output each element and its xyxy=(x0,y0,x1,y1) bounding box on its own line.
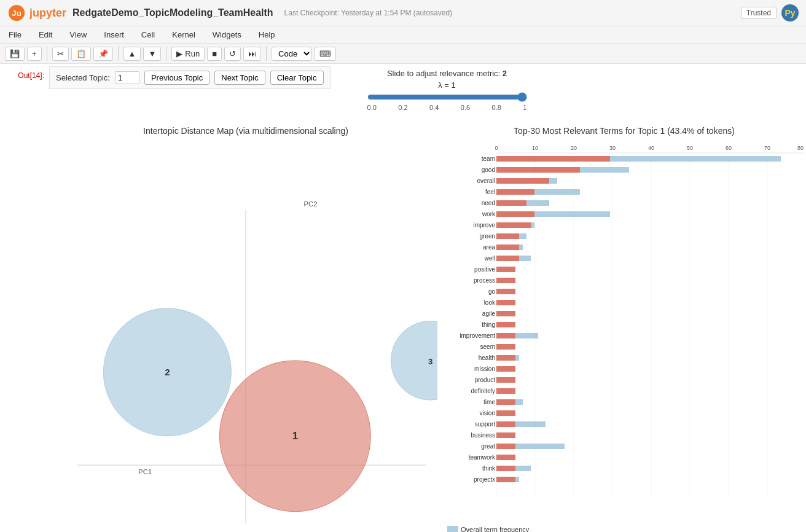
cell-type-select[interactable]: Code xyxy=(272,47,312,61)
svg-text:well: well xyxy=(484,255,495,262)
move-down-button[interactable]: ▼ xyxy=(143,47,161,61)
bar-green-selected xyxy=(496,233,519,239)
bar-vision-selected xyxy=(496,410,515,416)
add-cell-button[interactable]: + xyxy=(27,47,42,61)
restart-run-button[interactable]: ⏭ xyxy=(243,47,261,61)
topic-controls: Selected Topic: 1 Previous Topic Next To… xyxy=(49,66,331,89)
bar-mission-selected xyxy=(496,366,515,372)
svg-text:positive: positive xyxy=(474,266,495,273)
slider-label: Slide to adjust relevance metric: 2 xyxy=(387,69,507,78)
pc1-label: PC1 xyxy=(138,468,152,475)
legend-overall-label: Overall term frequency xyxy=(461,526,529,532)
svg-text:teamwork: teamwork xyxy=(469,454,496,461)
relevance-slider[interactable] xyxy=(367,92,527,102)
svg-text:work: work xyxy=(482,211,496,217)
lambda-label: λ = 1 xyxy=(438,80,456,90)
bar-product-selected xyxy=(496,377,515,383)
clear-topic-button[interactable]: Clear Topic xyxy=(270,71,324,85)
right-panel: Top-30 Most Relevant Terms for Topic 1 (… xyxy=(442,121,806,532)
svg-text:60: 60 xyxy=(726,145,732,151)
bar-feel-selected xyxy=(496,189,534,195)
bar-chart-svg: 0 10 20 30 40 50 60 70 80 xyxy=(447,141,806,522)
topic-3-label: 3 xyxy=(428,357,432,366)
bar-go-selected xyxy=(496,289,515,294)
trusted-badge: Trusted xyxy=(741,7,777,19)
interrupt-button[interactable]: ■ xyxy=(207,47,222,61)
toolbar-separator xyxy=(47,46,47,61)
checkpoint-info: Last Checkpoint: Yesterday at 1:54 PM (a… xyxy=(284,9,453,17)
svg-text:improve: improve xyxy=(473,222,495,229)
svg-text:area: area xyxy=(483,244,495,251)
menu-view[interactable]: View xyxy=(61,28,95,42)
bar-need-selected xyxy=(496,200,526,206)
toolbar: 💾 + ✂ 📋 📌 ▲ ▼ ▶ Run ■ ↺ ⏭ Code ⌨ xyxy=(0,44,806,64)
run-button[interactable]: ▶ Run xyxy=(171,47,205,61)
menubar: File Edit View Insert Cell Kernel Widget… xyxy=(0,26,806,44)
bar-projectx-selected xyxy=(496,477,515,482)
main-content: Out[14]: Selected Topic: 1 Previous Topi… xyxy=(0,64,806,532)
save-button[interactable]: 💾 xyxy=(5,47,25,61)
svg-text:health: health xyxy=(479,354,495,361)
bar-improvement-selected xyxy=(496,333,515,338)
toolbar-separator4 xyxy=(266,46,267,61)
menu-insert[interactable]: Insert xyxy=(95,28,133,42)
svg-text:20: 20 xyxy=(571,145,577,151)
svg-text:projectx: projectx xyxy=(474,476,495,483)
svg-text:good: good xyxy=(482,166,495,173)
bar-thing-selected xyxy=(496,322,515,327)
svg-text:improvement: improvement xyxy=(460,332,495,339)
toolbar-separator3 xyxy=(166,46,166,61)
bar-definitely-selected xyxy=(496,388,515,394)
copy-button[interactable]: 📋 xyxy=(71,47,91,61)
pc2-label: PC2 xyxy=(304,200,318,208)
menu-help[interactable]: Help xyxy=(250,28,284,42)
svg-text:feel: feel xyxy=(485,189,495,195)
menu-file[interactable]: File xyxy=(0,28,30,42)
bar-support-selected xyxy=(496,421,515,427)
toolbar-separator2 xyxy=(118,46,119,61)
svg-text:70: 70 xyxy=(764,145,770,151)
titlebar: Ju jupyter RedgateDemo_TopicModeling_Tea… xyxy=(0,0,806,26)
bar-look-selected xyxy=(496,300,515,305)
svg-text:need: need xyxy=(482,200,495,206)
menu-kernel[interactable]: Kernel xyxy=(163,28,204,42)
svg-text:great: great xyxy=(481,443,495,450)
left-panel: Intertopic Distance Map (via multidimens… xyxy=(49,121,442,532)
svg-text:business: business xyxy=(471,432,495,439)
svg-text:green: green xyxy=(479,233,495,240)
bar-team-selected xyxy=(496,156,610,162)
legend: Overall term frequency Estimated term fr… xyxy=(447,526,801,532)
bar-process-selected xyxy=(496,278,515,283)
intertopic-map-svg: PC2 PC1 2 3 1 xyxy=(54,141,437,532)
move-up-button[interactable]: ▲ xyxy=(123,47,141,61)
bar-overall-selected xyxy=(496,178,549,184)
slider-area: Slide to adjust relevance metric: 2 λ = … xyxy=(343,69,552,111)
svg-text:look: look xyxy=(484,299,496,306)
cell-output: Selected Topic: 1 Previous Topic Next To… xyxy=(49,66,806,532)
intertopic-title: Intertopic Distance Map (via multidimens… xyxy=(54,126,437,136)
topic-input[interactable]: 1 xyxy=(115,71,139,84)
bar-business-selected xyxy=(496,432,515,438)
restart-button[interactable]: ↺ xyxy=(224,47,241,61)
visualization-area: Intertopic Distance Map (via multidimens… xyxy=(49,121,806,532)
svg-text:50: 50 xyxy=(687,145,693,151)
next-topic-button[interactable]: Next Topic xyxy=(214,71,265,85)
jupyter-logo-icon: Ju xyxy=(7,4,26,22)
cell-label: Out[14]: xyxy=(0,66,49,532)
svg-text:40: 40 xyxy=(648,145,654,151)
topic-1-label: 1 xyxy=(292,430,298,442)
cut-button[interactable]: ✂ xyxy=(52,47,69,61)
keyboard-button[interactable]: ⌨ xyxy=(315,47,336,61)
selected-topic-label: Selected Topic: xyxy=(56,73,110,82)
svg-text:0: 0 xyxy=(495,145,498,151)
previous-topic-button[interactable]: Previous Topic xyxy=(144,71,209,85)
menu-cell[interactable]: Cell xyxy=(133,28,163,42)
legend-overall-color xyxy=(447,526,458,532)
menu-widgets[interactable]: Widgets xyxy=(204,28,250,42)
bar-area-selected xyxy=(496,244,519,250)
menu-edit[interactable]: Edit xyxy=(30,28,61,42)
svg-text:mission: mission xyxy=(474,366,495,372)
svg-text:80: 80 xyxy=(797,145,804,151)
paste-button[interactable]: 📌 xyxy=(93,47,113,61)
bar-seem-selected xyxy=(496,344,515,350)
